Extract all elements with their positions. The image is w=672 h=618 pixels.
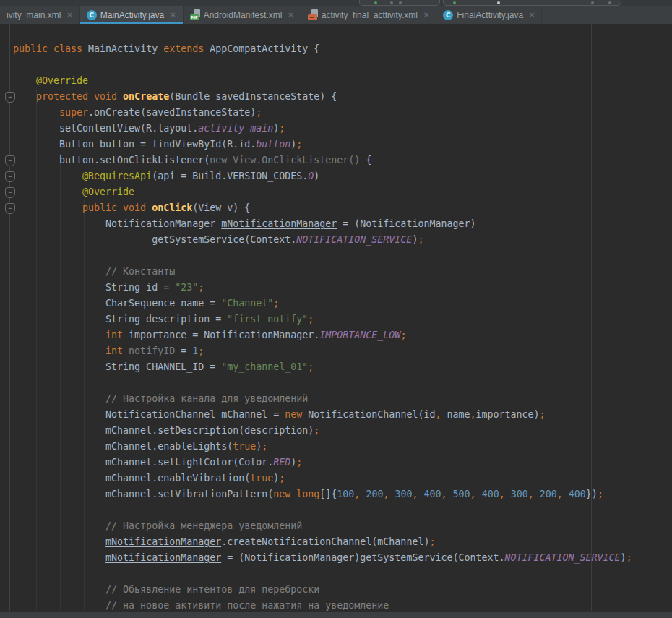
layout-badge — [308, 14, 317, 20]
java-class-icon: C — [87, 10, 97, 20]
toolbar-dot — [591, 1, 594, 4]
editor-pane: public class MainActivity extends AppCom… — [0, 24, 672, 611]
code-line: String id = "23"; — [13, 280, 632, 296]
code-line: CharSequence name = "Channel"; — [13, 296, 632, 312]
code-line: int importance = NotificationManager.IMP… — [13, 327, 632, 343]
toolbar-dot — [608, 1, 611, 4]
tab-FinalActtivity.java[interactable]: CFinalActtivity.java✕ — [436, 6, 542, 24]
run-status-dot — [374, 1, 377, 4]
run-actions-widget[interactable] — [443, 0, 621, 6]
fold-marker-icon[interactable]: − — [5, 203, 15, 214]
code-line: @Override — [13, 73, 632, 89]
code-line: int notifyID = 1; — [13, 343, 632, 359]
code-line — [13, 375, 632, 391]
code-line: NotificationManager mNotificationManager… — [13, 216, 632, 232]
code-line: // Константы — [13, 264, 632, 280]
code-line: mChannel.setLightColor(Color.RED); — [13, 455, 632, 471]
code-line — [13, 566, 632, 582]
fold-marker-icon[interactable]: − — [5, 187, 15, 198]
tab-label: FinalActtivity.java — [457, 10, 523, 20]
fold-marker-icon[interactable]: − — [5, 155, 15, 166]
code-line: public void onClick(View v) { — [13, 200, 632, 216]
toolbar-remnant-strip — [0, 0, 672, 6]
close-icon[interactable]: ✕ — [170, 12, 176, 19]
code-line — [13, 502, 632, 518]
code-line: mChannel.enableVibration(true); — [13, 471, 632, 486]
close-icon[interactable]: ✕ — [66, 12, 72, 19]
tab-ivity_main.xml[interactable]: ivity_main.xml✕ — [0, 6, 80, 24]
code-line: @RequiresApi(api = Build.VERSION_CODES.O… — [13, 168, 632, 184]
code-line: // Обьявление интентов для переброски — [13, 582, 632, 598]
code-line: // на новое активити после нажатия на ув… — [13, 598, 632, 611]
tab-label: activity_final_acttivity.xml — [322, 10, 418, 20]
code-line: String description = "first notify"; — [13, 312, 632, 327]
fold-marker-icon[interactable]: − — [5, 92, 15, 103]
code-line: // Настройка менеджера уведомлений — [13, 518, 632, 534]
tab-MainActivity.java[interactable]: CMainActivity.java✕ — [80, 6, 184, 24]
fold-marker-icon[interactable]: − — [5, 171, 15, 182]
close-icon[interactable]: ✕ — [529, 12, 535, 19]
code-line: mChannel.setVibrationPattern(new long[]{… — [13, 486, 632, 502]
code-line: mChannel.setDescription(description); — [13, 423, 632, 439]
code-line: mChannel.enableLights(true); — [13, 439, 632, 455]
toolbar-dot — [390, 1, 393, 4]
toolbar-dot — [497, 1, 500, 4]
code-line: NotificationChannel mChannel = new Notif… — [13, 407, 632, 423]
tab-label: AndroidManifest.xml — [204, 10, 283, 20]
code-line: Button button = findViewById(R.id.button… — [13, 137, 632, 153]
tool-window-bar: ▥ ☰TODO●Problems▤Terminal▦Logcat⚒Build◷P… — [0, 611, 672, 618]
code-area[interactable]: public class MainActivity extends AppCom… — [0, 24, 632, 611]
tab-activity_final_acttivity.xml[interactable]: activity_final_acttivity.xml✕ — [301, 6, 437, 24]
code-line: String CHANNEL_ID = "my_channel_01"; — [13, 359, 632, 375]
code-line: mNotificationManager = (NotificationMana… — [13, 550, 632, 566]
manifest-badge: MF — [190, 14, 199, 20]
close-icon[interactable]: ✕ — [288, 12, 293, 19]
tab-label: ivity_main.xml — [7, 10, 61, 20]
code-line: @Override — [13, 184, 632, 200]
code-line: // Настройка канала для уведомлений — [13, 391, 632, 407]
code-line: public class MainActivity extends AppCom… — [13, 41, 632, 57]
layout-badge-mark — [310, 17, 314, 18]
tab-bar: ivity_main.xml✕CMainActivity.java✕MFAndr… — [0, 6, 672, 24]
toolbar-dot — [399, 1, 402, 4]
java-class-icon: C — [443, 10, 453, 20]
tab-label: MainActivity.java — [100, 10, 164, 20]
code-line: protected void onCreate(Bundle savedInst… — [13, 89, 632, 105]
code-line: setContentView(R.layout.activity_main); — [13, 121, 632, 137]
code-line — [13, 248, 632, 264]
run-icon[interactable] — [453, 1, 456, 4]
tab-AndroidManifest.xml[interactable]: MFAndroidManifest.xml✕ — [184, 6, 301, 24]
close-icon[interactable]: ✕ — [423, 12, 429, 19]
code-line: button.setOnClickListener(new View.OnCli… — [13, 153, 632, 168]
code-line: mNotificationManager.createNotificationC… — [13, 534, 632, 550]
code-line: super.onCreate(savedInstanceState); — [13, 105, 632, 121]
code-line — [13, 57, 632, 73]
manifest-file-icon: MF — [190, 9, 200, 20]
code-line: getSystemService(Context.NOTIFICATION_SE… — [13, 232, 632, 248]
layout-file-icon — [308, 9, 318, 20]
